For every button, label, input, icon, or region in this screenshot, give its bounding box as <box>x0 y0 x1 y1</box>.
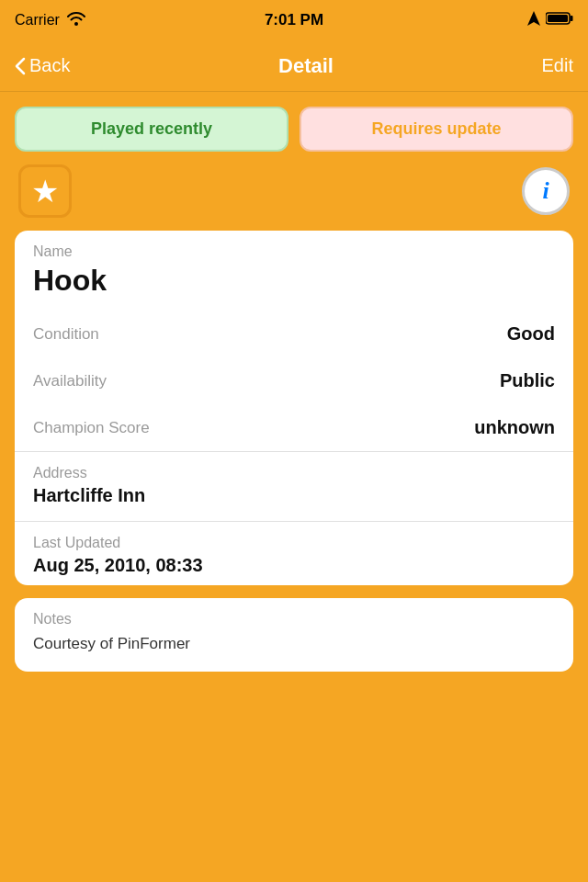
played-recently-button[interactable]: Played recently <box>15 107 288 152</box>
wifi-icon <box>67 11 85 29</box>
location-icon <box>527 11 540 29</box>
battery-icon <box>546 11 573 29</box>
last-updated-value: Aug 25, 2010, 08:33 <box>33 555 555 576</box>
detail-card: Name Hook Condition Good Availability Pu… <box>15 231 573 585</box>
availability-value: Public <box>500 370 555 391</box>
availability-label: Availability <box>33 372 107 390</box>
requires-update-button[interactable]: Requires update <box>300 107 573 152</box>
edit-button[interactable]: Edit <box>542 55 573 76</box>
status-time: 7:01 PM <box>265 11 323 28</box>
chevron-left-icon <box>15 57 26 75</box>
address-label: Address <box>33 465 555 481</box>
star-icon: ★ <box>31 173 59 209</box>
notes-label: Notes <box>33 611 555 628</box>
champion-score-value: unknown <box>474 417 555 438</box>
icon-row: ★ i <box>15 164 573 218</box>
back-button[interactable]: Back <box>15 55 70 76</box>
notes-value: Courtesy of PinFormer <box>33 635 555 653</box>
last-updated-section: Last Updated Aug 25, 2010, 08:33 <box>15 522 573 585</box>
availability-row: Availability Public <box>15 357 573 404</box>
name-label: Name <box>33 243 555 260</box>
star-button[interactable]: ★ <box>18 164 72 218</box>
last-updated-label: Last Updated <box>33 535 555 551</box>
info-button[interactable]: i <box>522 167 570 215</box>
back-label: Back <box>29 55 70 76</box>
condition-value: Good <box>507 323 555 345</box>
address-value: Hartcliffe Inn <box>33 485 555 517</box>
condition-label: Condition <box>33 325 99 344</box>
svg-marker-0 <box>527 11 540 26</box>
info-icon: i <box>542 177 548 205</box>
nav-bar: Back Detail Edit <box>0 40 588 92</box>
notes-card: Notes Courtesy of PinFormer <box>15 598 573 672</box>
address-section: Address Hartcliffe Inn <box>15 452 573 521</box>
name-section: Name Hook <box>15 231 573 311</box>
tag-row: Played recently Requires update <box>15 107 573 152</box>
champion-score-label: Champion Score <box>33 419 150 437</box>
carrier-label: Carrier <box>15 12 60 28</box>
svg-rect-2 <box>571 16 573 21</box>
champion-score-row: Champion Score unknown <box>15 404 573 451</box>
nav-title: Detail <box>278 54 334 78</box>
status-bar: Carrier 7:01 PM <box>0 0 588 40</box>
name-value: Hook <box>33 264 555 298</box>
condition-row: Condition Good <box>15 311 573 357</box>
content-area: Played recently Requires update ★ i Name… <box>0 92 588 672</box>
svg-rect-3 <box>548 15 568 22</box>
